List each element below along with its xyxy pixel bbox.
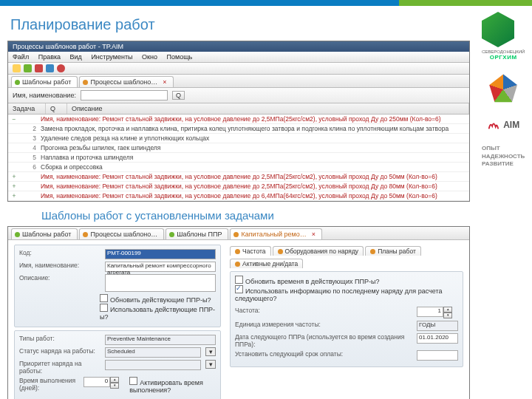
close-icon[interactable]: × bbox=[163, 78, 166, 86]
spin-down-icon[interactable]: ▾ bbox=[110, 383, 119, 389]
row-number: 5 bbox=[20, 154, 39, 161]
table-row[interactable]: 5Наплавка и проточка шпинделя bbox=[8, 153, 469, 163]
close-icon[interactable]: × bbox=[312, 231, 316, 238]
save-icon[interactable] bbox=[24, 64, 32, 72]
table-row[interactable]: +Имя, наименование: Ремонт стальной задв… bbox=[8, 172, 469, 182]
dur-value[interactable]: 0 bbox=[83, 377, 110, 387]
prio-label: Приоритет наряда на работы: bbox=[19, 360, 100, 375]
checkbox[interactable] bbox=[129, 377, 137, 385]
row-text: Сборка и опрессовка bbox=[39, 163, 469, 171]
motto-line: НАДЕЖНОСТЬ bbox=[482, 153, 525, 160]
expand-icon[interactable]: + bbox=[8, 173, 20, 180]
delete-icon[interactable] bbox=[35, 64, 43, 72]
prio-select[interactable] bbox=[105, 360, 201, 370]
inner-tab-plans[interactable]: Планы работ bbox=[365, 246, 421, 256]
dot-icon bbox=[233, 232, 239, 237]
tab-processes[interactable]: Процессы шаблоно…× bbox=[79, 76, 173, 87]
menu-edit[interactable]: Правка bbox=[38, 53, 61, 61]
inner-tab-active[interactable]: Активные дни/дата bbox=[230, 259, 303, 268]
menu-file[interactable]: Файл bbox=[13, 53, 29, 61]
menu-tools[interactable]: Инструменты bbox=[91, 53, 132, 61]
date-input[interactable]: 01.01.2020 bbox=[417, 333, 458, 344]
tab-templates2[interactable]: Шаблоны работ bbox=[11, 228, 78, 239]
sidebar-logos: СЕВЕРОДОНЕЦКИЙОРГХИМ AIM ОПЫТ НАДЕЖНОСТЬ… bbox=[480, 6, 532, 399]
chk-label: Обновить временя в действующих ППР-ы? bbox=[245, 278, 379, 285]
tab-capital[interactable]: Капитальный ремо…× bbox=[230, 228, 322, 239]
hexagon-icon bbox=[482, 12, 514, 47]
dur-label: Время выполнения (дней): bbox=[19, 377, 79, 392]
dot-icon bbox=[15, 80, 20, 85]
menubar[interactable]: Файл Правка Вид Инструменты Окно Помощь bbox=[8, 52, 469, 63]
spin-up-icon[interactable]: ▴ bbox=[443, 307, 452, 313]
tab-label: Шаблоны работ bbox=[22, 231, 71, 238]
col-desc[interactable]: Описание bbox=[67, 103, 469, 114]
inner-tab-equip[interactable]: Оборудования по наряду bbox=[273, 246, 364, 256]
row-number: 2 bbox=[20, 125, 39, 132]
tab-processes2[interactable]: Процессы шаблоно… bbox=[79, 228, 164, 239]
checkbox[interactable] bbox=[235, 276, 243, 284]
checkbox[interactable] bbox=[100, 304, 108, 312]
freq-spinner[interactable]: 1▴▾ bbox=[417, 307, 452, 318]
freq-value[interactable]: 1 bbox=[417, 307, 443, 317]
page-title: Планирование работ bbox=[10, 16, 470, 33]
templates-window: Процессы шаблонов работ - TP.AIM Файл Пр… bbox=[7, 41, 470, 202]
tab-label: Процессы шаблоно… bbox=[90, 78, 157, 86]
search-button[interactable]: Q bbox=[172, 91, 185, 100]
toolbar bbox=[8, 63, 469, 75]
nextdate-input[interactable] bbox=[417, 350, 458, 361]
table-row[interactable]: 2Замена прокладок, проточка и наплавка к… bbox=[8, 124, 469, 134]
unit-select[interactable]: ГОДЫ bbox=[417, 321, 458, 331]
dur-spinner[interactable]: 0▴▾ bbox=[83, 377, 119, 389]
tabs-row: Шаблоны работ Процессы шаблоно…× bbox=[8, 75, 469, 88]
row-text: Имя, наименование: Ремонт стальной задви… bbox=[39, 191, 469, 200]
row-text: Замена прокладок, проточка и наплавка кл… bbox=[39, 124, 469, 133]
table-row[interactable]: 6Сборка и опрессовка bbox=[8, 163, 469, 172]
menu-window[interactable]: Окно bbox=[142, 53, 157, 61]
new-icon[interactable] bbox=[13, 64, 21, 72]
search-input[interactable] bbox=[81, 90, 168, 100]
table-row[interactable]: +Имя, наименование: Ремонт стальной задв… bbox=[8, 191, 469, 201]
spin-down-icon[interactable]: ▾ bbox=[443, 313, 452, 318]
refresh-icon[interactable] bbox=[46, 64, 54, 72]
expand-icon[interactable]: + bbox=[8, 183, 20, 190]
checkbox[interactable] bbox=[100, 294, 108, 302]
type-select[interactable]: Preventive Maintenance bbox=[105, 335, 216, 345]
col-q[interactable]: Q bbox=[46, 103, 67, 114]
table-row[interactable]: +Имя, наименование: Ремонт стальной задв… bbox=[8, 182, 469, 191]
form-window: Шаблоны работ Процессы шаблоно… Шаблоны … bbox=[7, 226, 470, 399]
grid-body[interactable]: −Имя, наименование: Ремонт стальной задв… bbox=[8, 115, 469, 201]
stop-icon[interactable] bbox=[57, 64, 65, 72]
dropdown-icon[interactable]: ▾ bbox=[205, 347, 216, 356]
col-task[interactable]: Задача bbox=[8, 103, 46, 114]
tab-templates[interactable]: Шаблоны работ bbox=[11, 76, 78, 87]
table-row[interactable]: 3Удаление следов резца на клине и уплотн… bbox=[8, 134, 469, 143]
expand-icon[interactable]: + bbox=[8, 192, 20, 200]
desc-label: Описание: bbox=[19, 274, 100, 282]
tab-label: Частота bbox=[242, 248, 266, 255]
table-row[interactable]: 4Прогонка резьбы шпилек, гаек шпинделя bbox=[8, 143, 469, 153]
aim-text: AIM bbox=[503, 120, 519, 130]
code-label: Код: bbox=[19, 249, 100, 256]
dropdown-icon[interactable]: ▾ bbox=[205, 360, 216, 369]
spin-up-icon[interactable]: ▴ bbox=[110, 377, 119, 383]
menu-help[interactable]: Помощь bbox=[166, 53, 192, 61]
table-row[interactable]: −Имя, наименование: Ремонт стальной задв… bbox=[8, 115, 469, 124]
checkbox-checked[interactable] bbox=[235, 285, 243, 293]
chk-label: Обновить действующие ППР-ы? bbox=[110, 296, 211, 304]
window-title: Процессы шаблонов работ - TP.AIM bbox=[8, 41, 469, 52]
chk-label: Активировать время выполнения? bbox=[129, 379, 203, 394]
motto-block: ОПЫТ НАДЕЖНОСТЬ РАЗВИТИЕ bbox=[479, 145, 528, 168]
desc-input[interactable] bbox=[105, 274, 216, 292]
tab-ppr[interactable]: Шаблоны ППР bbox=[166, 228, 228, 239]
inner-tab-freq[interactable]: Частота bbox=[230, 246, 271, 256]
name-input[interactable]: Капитальный ремонт компрессорного агрега… bbox=[105, 262, 216, 272]
row-number: 6 bbox=[20, 163, 39, 171]
expand-icon[interactable]: − bbox=[8, 115, 20, 123]
status-select[interactable]: Scheduled bbox=[105, 347, 201, 358]
row-text: Имя, наименование: Ремонт стальной задви… bbox=[39, 115, 469, 123]
grid-header: Задача Q Описание bbox=[8, 103, 469, 115]
chk-label: Использовать действующие ППР-ы? bbox=[100, 306, 215, 321]
code-input[interactable]: PMT-000199 bbox=[105, 249, 216, 259]
menu-view[interactable]: Вид bbox=[70, 53, 82, 61]
motto-line: РАЗВИТИЕ bbox=[482, 160, 514, 167]
